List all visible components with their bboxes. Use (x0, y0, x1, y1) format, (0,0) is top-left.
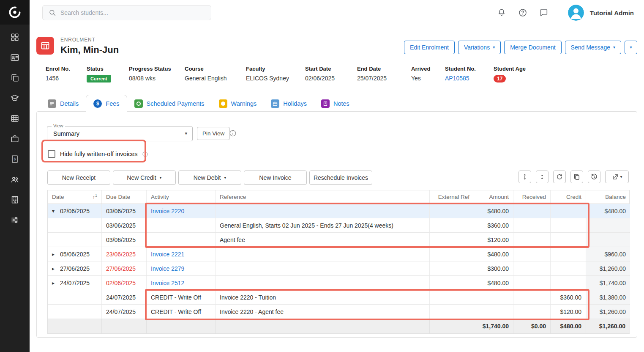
search-input[interactable] (60, 9, 205, 16)
merge-document-button[interactable]: Merge Document (504, 41, 561, 54)
tab-notes[interactable]: Notes (314, 95, 357, 113)
sidebar-item-tables[interactable] (10, 113, 20, 124)
help-icon[interactable] (517, 7, 528, 18)
app-logo[interactable] (0, 0, 30, 25)
column-header-balance[interactable]: Balance (586, 190, 630, 204)
collapse-all-button[interactable] (536, 170, 548, 183)
more-actions-button[interactable]: ▾ (625, 41, 637, 54)
sidebar-item-dashboard[interactable] (10, 32, 20, 42)
table-row[interactable]: 03/06/2025General English, Starts 02 Jun… (48, 218, 629, 233)
table-row[interactable]: 24/07/2025CREDIT - Write OffInvoice 2220… (48, 305, 629, 319)
sidebar-item-people[interactable] (10, 174, 20, 184)
hide-written-off-checkbox[interactable] (48, 150, 55, 158)
cell-activity: Invoice 2279 (147, 261, 216, 275)
column-header-due[interactable]: Due Date (102, 190, 147, 204)
invoice-link[interactable]: Invoice 2220 (151, 208, 184, 214)
column-header-amount[interactable]: Amount (474, 190, 513, 204)
notifications-bell-icon[interactable] (496, 7, 507, 18)
variations-button[interactable]: Variations▾ (458, 41, 501, 54)
export-menu-button[interactable]: ▾ (605, 170, 629, 183)
table-row[interactable]: ▸24/07/202502/06/2025Invoice 2512$480.00… (48, 276, 629, 290)
info-label-arrived: Arrived (411, 66, 445, 72)
view-info-icon[interactable] (229, 129, 237, 137)
edit-enrolment-button[interactable]: Edit Enrolment (404, 41, 455, 54)
info-field-start-date: Start Date02/06/2025 (305, 66, 357, 82)
table-row[interactable]: 03/06/2025Agent fee$120.00 (48, 233, 629, 247)
expand-row-icon[interactable]: ▸ (52, 251, 59, 257)
tab-warnings[interactable]: Warnings (212, 95, 264, 113)
chevron-down-icon: ▾ (185, 131, 187, 136)
invoice-link[interactable]: Invoice 2279 (151, 265, 184, 272)
cell-date (48, 305, 102, 319)
cell-date (48, 218, 102, 232)
sidebar-item-settings[interactable] (10, 215, 20, 225)
tab-fees[interactable]: $ Fees (86, 95, 127, 113)
age-badge: 17 (494, 75, 506, 82)
column-header-activity[interactable]: Activity (147, 190, 216, 204)
topbar-right: Tutorial Admin (486, 0, 644, 25)
reschedule-invoices-button[interactable]: Reschedule Invoices (309, 170, 372, 185)
sidebar-item-contacts[interactable] (10, 52, 20, 63)
status-badge: Current (87, 75, 111, 82)
info-label-start-date: Start Date (305, 66, 357, 72)
info-field-enrol-no: Enrol No.1456 (46, 66, 87, 82)
tab-scheduled-payments[interactable]: Scheduled Payments (127, 95, 212, 113)
table-row[interactable]: ▾02/06/202503/06/2025Invoice 2220$480.00… (48, 204, 629, 218)
column-header-credit[interactable]: Credit (551, 190, 586, 204)
sidebar-item-organisation[interactable] (10, 195, 20, 205)
refresh-icon[interactable] (553, 170, 566, 183)
table-row[interactable]: 24/07/2025CREDIT - Write OffInvoice 2220… (48, 290, 629, 305)
cell-received (513, 290, 551, 304)
info-value-student-no[interactable]: AP10585 (445, 75, 494, 82)
chevron-down-icon: ▾ (630, 45, 632, 50)
cell-activity: Invoice 2221 (147, 247, 216, 261)
sidebar-item-finance[interactable]: $ (10, 154, 20, 164)
table-row[interactable]: ▸05/06/202523/06/2025Invoice 2221$480.00… (48, 247, 629, 261)
total-extref (430, 319, 474, 333)
new-debit-button[interactable]: New Debit▾ (178, 170, 241, 185)
cell-amount: $480.00 (474, 204, 513, 218)
column-header-date[interactable]: Date↑1 (48, 190, 102, 204)
sidebar-item-documents[interactable] (10, 73, 20, 83)
invoice-link[interactable]: Invoice 2221 (151, 251, 184, 258)
enrolment-actions: Edit Enrolment Variations▾ Merge Documen… (404, 41, 637, 54)
cell-activity (147, 218, 216, 232)
send-message-button[interactable]: Send Message▾ (565, 41, 621, 54)
view-select[interactable]: View Summary ▾ (47, 126, 193, 141)
cell-balance: $1,740.00 (586, 276, 630, 290)
history-icon[interactable] (588, 170, 600, 183)
column-header-received[interactable]: Received (513, 190, 551, 204)
hide-written-off-info-icon[interactable] (142, 151, 148, 157)
cell-received (513, 305, 551, 319)
new-credit-button[interactable]: New Credit▾ (113, 170, 176, 185)
cell-balance (586, 233, 630, 247)
new-invoice-button[interactable]: New Invoice (244, 170, 307, 185)
tab-details[interactable]: Details (41, 95, 86, 113)
cell-extref (430, 305, 474, 319)
info-value-end-date: 25/07/2025 (357, 75, 411, 82)
view-select-value: Summary (47, 126, 192, 141)
copy-icon[interactable] (570, 170, 583, 183)
search-box[interactable] (42, 5, 211, 20)
column-header-reference[interactable]: Reference (216, 190, 430, 204)
collapse-row-icon[interactable]: ▾ (52, 208, 59, 214)
column-header-extref[interactable]: External Ref (430, 190, 474, 204)
expand-all-button[interactable] (518, 170, 531, 183)
expand-row-icon[interactable]: ▸ (52, 280, 59, 286)
expand-row-icon[interactable]: ▸ (52, 266, 59, 272)
cell-date: ▸05/06/2025 (48, 247, 102, 261)
sidebar-item-courses[interactable] (10, 93, 20, 103)
chat-icon[interactable] (538, 7, 549, 18)
new-receipt-button[interactable]: New Receipt (47, 170, 110, 185)
tab-holidays[interactable]: Holidays (264, 95, 314, 113)
sidebar-item-briefcase[interactable] (10, 134, 20, 144)
cell-due: 03/06/2025 (102, 218, 147, 232)
cell-received (513, 276, 551, 290)
user-avatar[interactable] (568, 5, 584, 21)
invoice-link[interactable]: Invoice 2512 (151, 280, 184, 286)
pin-view-button[interactable]: Pin View (197, 127, 230, 140)
settings-icon (10, 215, 19, 225)
info-field-end-date: End Date25/07/2025 (357, 66, 411, 82)
info-field-student-no: Student No.AP10585 (445, 66, 494, 82)
table-row[interactable]: ▸27/06/202527/06/2025Invoice 2279$300.00… (48, 261, 629, 276)
